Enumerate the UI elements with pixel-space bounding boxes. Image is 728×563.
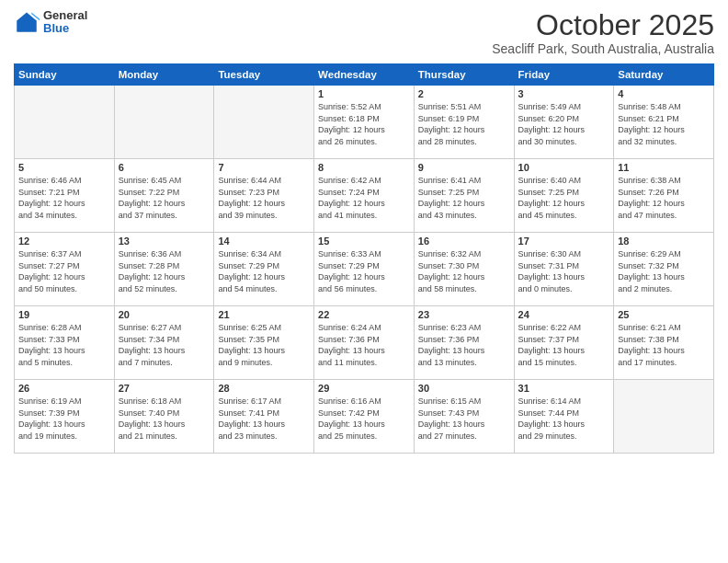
header: General Blue October 2025 Seacliff Park,… bbox=[14, 9, 714, 56]
day-number: 9 bbox=[418, 162, 510, 173]
week-row-2: 5Sunrise: 6:46 AM Sunset: 7:21 PM Daylig… bbox=[15, 159, 714, 233]
col-sunday: Sunday bbox=[15, 64, 115, 86]
calendar-cell: 24Sunrise: 6:22 AM Sunset: 7:37 PM Dayli… bbox=[514, 306, 614, 380]
day-number: 20 bbox=[119, 309, 210, 320]
day-info: Sunrise: 6:28 AM Sunset: 7:33 PM Dayligh… bbox=[18, 322, 110, 368]
calendar-cell bbox=[114, 86, 214, 159]
day-info: Sunrise: 6:24 AM Sunset: 7:36 PM Dayligh… bbox=[318, 322, 410, 368]
calendar-cell: 7Sunrise: 6:44 AM Sunset: 7:23 PM Daylig… bbox=[214, 159, 314, 233]
day-info: Sunrise: 6:27 AM Sunset: 7:34 PM Dayligh… bbox=[119, 322, 210, 368]
main-title: October 2025 bbox=[492, 9, 714, 41]
col-friday: Friday bbox=[514, 64, 614, 86]
day-number: 7 bbox=[218, 162, 310, 173]
day-number: 27 bbox=[119, 383, 210, 394]
day-number: 4 bbox=[618, 88, 710, 99]
calendar-cell: 6Sunrise: 6:45 AM Sunset: 7:22 PM Daylig… bbox=[114, 159, 214, 233]
calendar-cell: 31Sunrise: 6:14 AM Sunset: 7:44 PM Dayli… bbox=[514, 380, 614, 454]
day-info: Sunrise: 5:49 AM Sunset: 6:20 PM Dayligh… bbox=[518, 101, 610, 147]
col-tuesday: Tuesday bbox=[214, 64, 314, 86]
page: General Blue October 2025 Seacliff Park,… bbox=[0, 0, 728, 563]
subtitle: Seacliff Park, South Australia, Australi… bbox=[492, 41, 714, 56]
calendar-cell: 15Sunrise: 6:33 AM Sunset: 7:29 PM Dayli… bbox=[314, 233, 415, 306]
calendar-cell: 14Sunrise: 6:34 AM Sunset: 7:29 PM Dayli… bbox=[214, 233, 314, 306]
calendar-cell: 9Sunrise: 6:41 AM Sunset: 7:25 PM Daylig… bbox=[414, 159, 514, 233]
day-number: 22 bbox=[318, 309, 410, 320]
calendar-cell: 11Sunrise: 6:38 AM Sunset: 7:26 PM Dayli… bbox=[614, 159, 714, 233]
calendar-cell: 8Sunrise: 6:42 AM Sunset: 7:24 PM Daylig… bbox=[314, 159, 415, 233]
week-row-1: 1Sunrise: 5:52 AM Sunset: 6:18 PM Daylig… bbox=[15, 86, 714, 159]
day-number: 12 bbox=[18, 236, 110, 247]
calendar-cell: 25Sunrise: 6:21 AM Sunset: 7:38 PM Dayli… bbox=[614, 306, 714, 380]
calendar-cell: 29Sunrise: 6:16 AM Sunset: 7:42 PM Dayli… bbox=[314, 380, 415, 454]
day-info: Sunrise: 6:22 AM Sunset: 7:37 PM Dayligh… bbox=[518, 322, 610, 368]
day-info: Sunrise: 5:48 AM Sunset: 6:21 PM Dayligh… bbox=[618, 101, 710, 147]
day-info: Sunrise: 6:37 AM Sunset: 7:27 PM Dayligh… bbox=[18, 248, 110, 294]
calendar-cell: 5Sunrise: 6:46 AM Sunset: 7:21 PM Daylig… bbox=[15, 159, 115, 233]
day-number: 24 bbox=[518, 309, 610, 320]
logo-general-text: General bbox=[43, 9, 87, 22]
day-info: Sunrise: 6:38 AM Sunset: 7:26 PM Dayligh… bbox=[618, 175, 710, 221]
calendar-cell: 16Sunrise: 6:32 AM Sunset: 7:30 PM Dayli… bbox=[414, 233, 514, 306]
calendar-cell: 22Sunrise: 6:24 AM Sunset: 7:36 PM Dayli… bbox=[314, 306, 415, 380]
week-row-4: 19Sunrise: 6:28 AM Sunset: 7:33 PM Dayli… bbox=[15, 306, 714, 380]
day-info: Sunrise: 6:42 AM Sunset: 7:24 PM Dayligh… bbox=[318, 175, 410, 221]
day-info: Sunrise: 6:21 AM Sunset: 7:38 PM Dayligh… bbox=[618, 322, 710, 368]
calendar-cell bbox=[214, 86, 314, 159]
col-wednesday: Wednesday bbox=[314, 64, 415, 86]
calendar-cell: 20Sunrise: 6:27 AM Sunset: 7:34 PM Dayli… bbox=[114, 306, 214, 380]
day-number: 23 bbox=[418, 309, 510, 320]
day-number: 13 bbox=[119, 236, 210, 247]
logo-icon bbox=[14, 9, 40, 35]
day-number: 6 bbox=[119, 162, 210, 173]
day-number: 3 bbox=[518, 88, 610, 99]
day-number: 17 bbox=[518, 236, 610, 247]
day-info: Sunrise: 6:23 AM Sunset: 7:36 PM Dayligh… bbox=[418, 322, 510, 368]
day-number: 28 bbox=[218, 383, 310, 394]
logo: General Blue bbox=[14, 9, 87, 36]
day-number: 19 bbox=[18, 309, 110, 320]
day-number: 1 bbox=[318, 88, 410, 99]
day-number: 26 bbox=[18, 383, 110, 394]
day-number: 11 bbox=[618, 162, 710, 173]
day-info: Sunrise: 6:33 AM Sunset: 7:29 PM Dayligh… bbox=[318, 248, 410, 294]
calendar-cell: 27Sunrise: 6:18 AM Sunset: 7:40 PM Dayli… bbox=[114, 380, 214, 454]
logo-blue-text: Blue bbox=[43, 22, 87, 35]
day-number: 18 bbox=[618, 236, 710, 247]
calendar-cell: 10Sunrise: 6:40 AM Sunset: 7:25 PM Dayli… bbox=[514, 159, 614, 233]
day-number: 5 bbox=[18, 162, 110, 173]
day-info: Sunrise: 6:46 AM Sunset: 7:21 PM Dayligh… bbox=[18, 175, 110, 221]
col-thursday: Thursday bbox=[414, 64, 514, 86]
day-info: Sunrise: 6:19 AM Sunset: 7:39 PM Dayligh… bbox=[18, 396, 110, 442]
col-monday: Monday bbox=[114, 64, 214, 86]
day-info: Sunrise: 5:51 AM Sunset: 6:19 PM Dayligh… bbox=[418, 101, 510, 147]
day-number: 31 bbox=[518, 383, 610, 394]
day-info: Sunrise: 6:34 AM Sunset: 7:29 PM Dayligh… bbox=[218, 248, 310, 294]
calendar-cell: 13Sunrise: 6:36 AM Sunset: 7:28 PM Dayli… bbox=[114, 233, 214, 306]
day-info: Sunrise: 5:52 AM Sunset: 6:18 PM Dayligh… bbox=[318, 101, 410, 147]
day-info: Sunrise: 6:16 AM Sunset: 7:42 PM Dayligh… bbox=[318, 396, 410, 442]
day-info: Sunrise: 6:17 AM Sunset: 7:41 PM Dayligh… bbox=[218, 396, 310, 442]
calendar-cell: 21Sunrise: 6:25 AM Sunset: 7:35 PM Dayli… bbox=[214, 306, 314, 380]
calendar-cell: 2Sunrise: 5:51 AM Sunset: 6:19 PM Daylig… bbox=[414, 86, 514, 159]
calendar-cell: 18Sunrise: 6:29 AM Sunset: 7:32 PM Dayli… bbox=[614, 233, 714, 306]
svg-rect-2 bbox=[17, 21, 37, 32]
calendar-cell: 30Sunrise: 6:15 AM Sunset: 7:43 PM Dayli… bbox=[414, 380, 514, 454]
day-number: 10 bbox=[518, 162, 610, 173]
day-info: Sunrise: 6:45 AM Sunset: 7:22 PM Dayligh… bbox=[119, 175, 210, 221]
day-number: 29 bbox=[318, 383, 410, 394]
day-info: Sunrise: 6:15 AM Sunset: 7:43 PM Dayligh… bbox=[418, 396, 510, 442]
day-info: Sunrise: 6:29 AM Sunset: 7:32 PM Dayligh… bbox=[618, 248, 710, 294]
day-info: Sunrise: 6:40 AM Sunset: 7:25 PM Dayligh… bbox=[518, 175, 610, 221]
header-row: Sunday Monday Tuesday Wednesday Thursday… bbox=[15, 64, 714, 86]
week-row-3: 12Sunrise: 6:37 AM Sunset: 7:27 PM Dayli… bbox=[15, 233, 714, 306]
calendar-cell bbox=[614, 380, 714, 454]
calendar-cell: 3Sunrise: 5:49 AM Sunset: 6:20 PM Daylig… bbox=[514, 86, 614, 159]
day-info: Sunrise: 6:25 AM Sunset: 7:35 PM Dayligh… bbox=[218, 322, 310, 368]
day-info: Sunrise: 6:44 AM Sunset: 7:23 PM Dayligh… bbox=[218, 175, 310, 221]
calendar: Sunday Monday Tuesday Wednesday Thursday… bbox=[14, 63, 714, 454]
day-number: 2 bbox=[418, 88, 510, 99]
calendar-cell: 26Sunrise: 6:19 AM Sunset: 7:39 PM Dayli… bbox=[15, 380, 115, 454]
calendar-cell: 1Sunrise: 5:52 AM Sunset: 6:18 PM Daylig… bbox=[314, 86, 415, 159]
calendar-cell: 4Sunrise: 5:48 AM Sunset: 6:21 PM Daylig… bbox=[614, 86, 714, 159]
day-number: 8 bbox=[318, 162, 410, 173]
